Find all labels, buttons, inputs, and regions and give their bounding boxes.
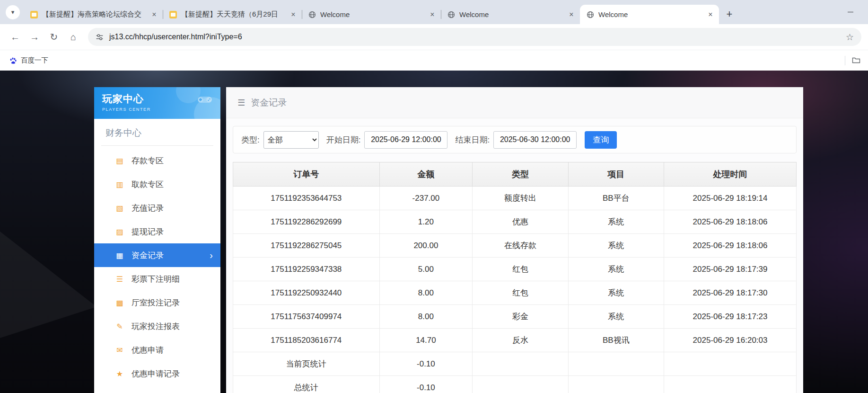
sidebar-item-deposit-zone[interactable]: ▤ 存款专区 (94, 149, 220, 172)
cell-empty (568, 352, 664, 376)
other-bookmarks-folder-icon[interactable] (850, 54, 862, 67)
type-select[interactable]: 全部 (263, 131, 319, 149)
header-project: 项目 (568, 162, 664, 187)
cell-empty (664, 376, 797, 393)
tab-title: Welcome (598, 10, 701, 18)
close-icon[interactable]: × (428, 10, 437, 19)
sidebar-item-promo-application[interactable]: ✉ 优惠申请 (94, 338, 220, 362)
end-date-input[interactable] (493, 131, 577, 149)
home-icon[interactable]: ⌂ (65, 28, 82, 45)
cell-amount: 200.00 (379, 234, 473, 258)
sidebar-item-funds-records[interactable]: ▦ 资金记录 › (94, 243, 220, 267)
header-time: 处理时间 (664, 162, 797, 187)
tab-strip: ▾ 【新提醒】海燕策略论坛综合交 × 【新提醒】天天竞猜（6月29日 × Wel… (0, 0, 868, 24)
minimize-button[interactable] (840, 0, 861, 24)
bookmark-label: 百度一下 (21, 56, 48, 65)
cell-amount: -0.10 (379, 352, 473, 376)
browser-tab-4[interactable]: Welcome × (441, 5, 580, 24)
reload-icon[interactable]: ↻ (45, 28, 62, 45)
cell-empty (473, 352, 568, 376)
funds-records-icon: ▦ (115, 251, 124, 260)
sidebar-item-lottery-bet-details[interactable]: ☰ 彩票下注明细 (94, 267, 220, 291)
funds-records-table: 订单号 金额 类型 项目 处理时间 1751192353644753 -237.… (233, 162, 797, 393)
promo-application-icon: ✉ (115, 346, 124, 355)
close-icon[interactable]: × (149, 10, 159, 19)
tab-search-icon[interactable]: ▾ (6, 5, 20, 19)
forward-icon[interactable]: → (26, 28, 43, 45)
type-label: 类型: (241, 134, 260, 145)
panel-title-bar: ☰ 资金记录 (226, 87, 803, 118)
player-center-sidebar: 玩家中心 PLAYERS CENTER 财务中心 ▤ 存款专区 ▥ 取款专区 ▧… (94, 87, 220, 393)
new-tab-icon[interactable]: + (722, 7, 737, 22)
cell-project: 系统 (568, 234, 664, 258)
tab-title: Welcome (459, 10, 562, 18)
browser-tab-2[interactable]: 【新提醒】天天竞猜（6月29日 × (163, 5, 302, 24)
sidebar-item-promo-application-records[interactable]: ★ 优惠申请记录 (94, 362, 220, 385)
finance-center-label: 财务中心 (101, 119, 213, 146)
bookmark-baidu[interactable]: 百度一下 (6, 54, 52, 67)
end-date-label: 结束日期: (455, 134, 490, 145)
cell-amount: 5.00 (379, 258, 473, 281)
menu-toggle-icon[interactable]: ☰ (237, 98, 245, 108)
bet-report-icon: ✎ (115, 322, 124, 331)
url-text[interactable]: js13.cc/hhcp/usercenter.html?iniType=6 (109, 33, 840, 41)
cell-order-id: 1751192286292699 (233, 210, 380, 234)
header-amount: 金额 (379, 162, 473, 187)
sidebar-item-recharge-records[interactable]: ▧ 充值记录 (94, 196, 220, 220)
sidebar-item-player-bet-report[interactable]: ✎ 玩家投注报表 (94, 314, 220, 338)
cell-type: 优惠 (473, 210, 568, 234)
cell-amount: 14.70 (379, 329, 473, 352)
tab-title: 【新提醒】海燕策略论坛综合交 (42, 10, 145, 19)
browser-tab-1[interactable]: 【新提醒】海燕策略论坛综合交 × (24, 5, 163, 24)
sidebar-item-hall-bet-records[interactable]: ▩ 厅室投注记录 (94, 291, 220, 314)
close-icon[interactable]: × (289, 10, 298, 19)
cell-project: 系统 (568, 258, 664, 281)
cell-project: 系统 (568, 305, 664, 329)
summary-row-total: 总统计 -0.10 (233, 376, 797, 393)
bookmark-star-icon[interactable]: ☆ (846, 32, 854, 43)
browser-tab-5-active[interactable]: Welcome × (580, 5, 719, 24)
cell-time: 2025-06-29 18:19:14 (664, 187, 797, 210)
promo-records-icon: ★ (115, 369, 124, 378)
tab-title: 【新提醒】天天竞猜（6月29日 (181, 10, 284, 19)
chevron-right-icon: › (210, 250, 213, 260)
header-type: 类型 (473, 162, 568, 187)
cell-type: 额度转出 (473, 187, 568, 210)
cell-order-id: 1751192250932440 (233, 281, 380, 305)
bookmarks-bar: 百度一下 (0, 50, 868, 71)
lottery-details-icon: ☰ (115, 275, 124, 284)
back-icon[interactable]: ← (7, 28, 24, 45)
close-icon[interactable]: × (706, 10, 715, 19)
cell-summary-label: 总统计 (233, 376, 380, 393)
browser-toolbar: ← → ↻ ⌂ js13.cc/hhcp/usercenter.html?ini… (0, 24, 868, 50)
sidebar-subtitle: PLAYERS CENTER (102, 107, 220, 112)
close-icon[interactable]: × (567, 10, 576, 19)
cell-time: 2025-06-29 18:17:30 (664, 281, 797, 305)
site-settings-icon[interactable] (96, 33, 104, 41)
withdrawal-records-icon: ▨ (115, 227, 124, 236)
withdraw-money-icon: ▥ (115, 180, 124, 189)
table-header-row: 订单号 金额 类型 项目 处理时间 (233, 162, 797, 187)
page-background: 玩家中心 PLAYERS CENTER 财务中心 ▤ 存款专区 ▥ 取款专区 ▧… (0, 71, 868, 393)
cell-order-id: 1751192353644753 (233, 187, 380, 210)
filter-bar: 类型: 全部 开始日期: 结束日期: 查询 (233, 126, 797, 153)
sidebar-item-withdrawal-records[interactable]: ▨ 提现记录 (94, 220, 220, 243)
cell-time: 2025-06-29 18:17:39 (664, 258, 797, 281)
globe-favicon-icon (447, 11, 455, 18)
window-controls (840, 0, 861, 24)
sidebar-item-withdraw-zone[interactable]: ▥ 取款专区 (94, 172, 220, 196)
query-button[interactable]: 查询 (585, 131, 617, 149)
start-date-input[interactable] (364, 131, 447, 149)
globe-favicon-icon (308, 11, 316, 18)
cell-type: 红包 (473, 281, 568, 305)
hall-bet-icon: ▩ (115, 298, 124, 307)
cell-time: 2025-06-29 16:20:03 (664, 329, 797, 352)
address-bar[interactable]: js13.cc/hhcp/usercenter.html?iniType=6 ☆ (88, 28, 861, 46)
sidebar-menu: ▤ 存款专区 ▥ 取款专区 ▧ 充值记录 ▨ 提现记录 ▦ 资金记录 › ☰ (94, 146, 220, 385)
globe-favicon-icon (587, 11, 594, 18)
browser-tab-3[interactable]: Welcome × (302, 5, 441, 24)
table-row: 1751185203616774 14.70 反水 BB视讯 2025-06-2… (233, 329, 797, 352)
cell-amount: -237.00 (379, 187, 473, 210)
table-row: 1751175637409974 8.00 彩金 系统 2025-06-29 1… (233, 305, 797, 329)
cell-empty (473, 376, 568, 393)
